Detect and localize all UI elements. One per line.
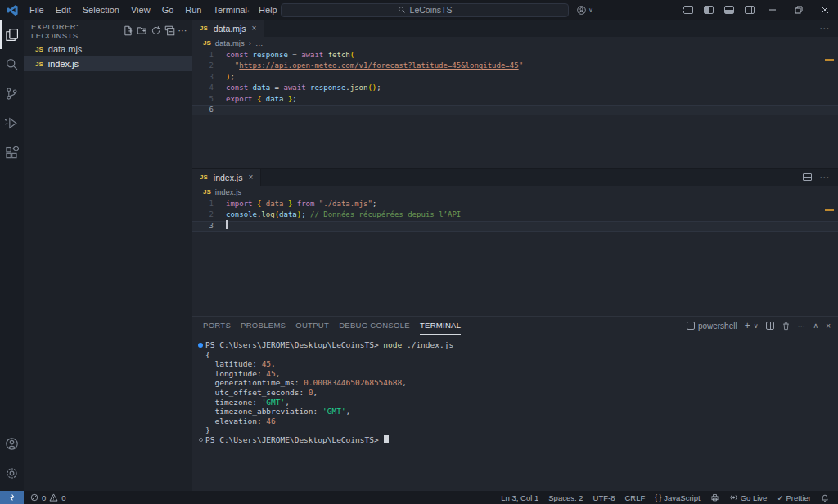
terminal-token: longitude:	[205, 369, 266, 379]
activity-accounts[interactable]	[0, 429, 24, 458]
more-actions-icon[interactable]: ⋯	[798, 322, 806, 331]
tab-index-js[interactable]: JS index.js ×	[192, 169, 261, 186]
maximize-panel-icon[interactable]: ∧	[813, 322, 819, 330]
line-number: 1	[192, 199, 226, 209]
activity-extensions[interactable]	[0, 137, 24, 167]
more-actions-icon[interactable]: ⋯	[819, 172, 829, 183]
terminal-gutter	[196, 398, 205, 407]
terminal-token: node	[383, 340, 402, 350]
remote-indicator[interactable]	[0, 491, 24, 504]
panel-tab-terminal[interactable]: TERMINAL	[420, 317, 461, 335]
line-number: 4	[192, 83, 226, 93]
explorer-header: EXPLORER: LECOINSTS ⋯	[24, 20, 192, 42]
terminal-line: PS C:\Users\JEROME\Desktop\LeCoinsTS>	[196, 435, 838, 445]
terminal-token: ,	[285, 398, 290, 407]
panel-tab-debug-console[interactable]: DEBUG CONSOLE	[339, 317, 410, 335]
code-token: =	[270, 83, 283, 92]
explorer-actions: ⋯	[123, 25, 187, 36]
terminal-token: ,	[402, 378, 407, 388]
problems-status[interactable]: 0 0	[24, 493, 66, 502]
customize-layout-icon	[683, 6, 693, 14]
terminal-instance[interactable]: powershell	[687, 322, 737, 331]
language-mode[interactable]: { } JavaScript	[655, 493, 700, 502]
terminal-gutter	[196, 425, 205, 435]
file-item-index-js[interactable]: JS index.js	[24, 56, 192, 71]
terminal-line: }	[196, 425, 838, 435]
indentation[interactable]: Spaces: 2	[548, 493, 583, 502]
toggle-panel-icon	[724, 6, 734, 14]
terminal-token: PS C:\Users\JEROME\Desktop\LeCoinsTS>	[205, 340, 383, 350]
more-actions-icon[interactable]: ⋯	[178, 25, 187, 36]
overview-ruler-mark	[825, 59, 834, 61]
activity-explorer[interactable]	[0, 20, 24, 49]
terminal-token: generationtime_ms:	[205, 378, 304, 388]
activity-search[interactable]	[0, 49, 24, 79]
terminal-output[interactable]: PS C:\Users\JEROME\Desktop\LeCoinsTS> no…	[192, 335, 838, 491]
editor-group-top: JS data.mjs × ⋯ JS data.mjs › … 1const r…	[192, 20, 838, 168]
explorer-sidebar: EXPLORER: LECOINSTS ⋯ JS data.mjs JS ind…	[24, 20, 192, 491]
terminal-token: ,	[271, 359, 276, 369]
kill-terminal-trash-icon[interactable]	[782, 322, 791, 331]
terminal-token: timezone:	[205, 398, 262, 407]
close-panel-icon[interactable]: ×	[826, 322, 831, 331]
close-tab-icon[interactable]: ×	[248, 173, 253, 182]
extensions-icon	[5, 146, 19, 160]
more-actions-icon[interactable]: ⋯	[819, 23, 829, 34]
warnings-icon	[49, 493, 58, 502]
code-editor-index-js[interactable]: 1import { data } from "./data.mjs";2cons…	[192, 198, 838, 316]
code-token: ()	[367, 83, 376, 92]
code-line: 1const response = await fetch(	[192, 50, 838, 61]
close-tab-icon[interactable]: ×	[251, 24, 256, 33]
terminal-line: longitude: 45,	[196, 369, 838, 379]
tab-data-mjs[interactable]: JS data.mjs ×	[192, 20, 264, 37]
breadcrumb[interactable]: JS index.js	[192, 186, 838, 198]
gear-icon	[5, 466, 19, 480]
account-icon	[5, 437, 19, 451]
split-terminal-icon[interactable]	[766, 322, 774, 330]
js-file-icon: JS	[203, 39, 211, 47]
terminal-token: 45	[262, 359, 271, 369]
tab-label: data.mjs	[214, 24, 246, 34]
js-file-icon: JS	[200, 25, 208, 32]
encoding[interactable]: UTF-8	[593, 493, 615, 502]
account-icon	[576, 5, 587, 16]
notifications-bell-icon[interactable]	[821, 493, 829, 502]
editor-group-bottom: JS index.js × ⋯ JS index.js 1import { da…	[192, 168, 838, 316]
collapse-folders-icon[interactable]	[164, 25, 175, 36]
terminal-token: timezone_abbreviation:	[205, 407, 322, 416]
panel-tab-problems[interactable]: PROBLEMS	[241, 317, 286, 335]
panel-tab-ports[interactable]: PORTS	[203, 317, 231, 335]
code-token: export	[226, 95, 253, 103]
activity-source-control[interactable]	[0, 79, 24, 108]
code-token: json	[350, 83, 368, 92]
activity-settings[interactable]	[0, 458, 24, 488]
warning-count: 0	[61, 493, 65, 502]
panel-tab-output[interactable]: OUTPUT	[295, 317, 329, 335]
chevron-down-icon: ∨	[754, 322, 759, 330]
nav-forward-icon[interactable]: →	[263, 0, 273, 20]
terminal-gutter	[196, 369, 205, 379]
go-live-button[interactable]: Go Live	[729, 493, 768, 502]
code-token	[226, 61, 235, 70]
refresh-icon[interactable]	[151, 25, 161, 36]
new-folder-icon[interactable]	[137, 25, 147, 36]
new-terminal-button[interactable]: +∨	[745, 320, 759, 331]
line-number: 3	[192, 72, 226, 83]
chevron-down-icon: ∨	[588, 7, 593, 14]
file-item-data-mjs[interactable]: JS data.mjs	[24, 42, 192, 56]
eol-sequence[interactable]: CRLF	[624, 493, 645, 502]
go-live-label: Go Live	[741, 493, 768, 502]
activity-run-debug[interactable]	[0, 108, 24, 137]
new-file-icon[interactable]	[123, 25, 133, 36]
code-editor-data-mjs[interactable]: 1const response = await fetch(2 "https:/…	[192, 49, 838, 168]
prettier-status[interactable]: ✓ Prettier	[777, 493, 811, 502]
breadcrumb[interactable]: JS data.mjs › …	[192, 37, 838, 49]
command-center-search[interactable]: LeCoinsTS	[281, 3, 569, 17]
search-icon	[398, 6, 406, 14]
split-editor-icon[interactable]	[803, 173, 812, 181]
cursor-position[interactable]: Ln 3, Col 1	[501, 493, 538, 502]
nav-back-icon[interactable]: ←	[245, 0, 255, 20]
printer-icon[interactable]	[710, 493, 719, 502]
account-menu[interactable]: ∨	[576, 5, 593, 16]
terminal-icon	[687, 322, 695, 330]
